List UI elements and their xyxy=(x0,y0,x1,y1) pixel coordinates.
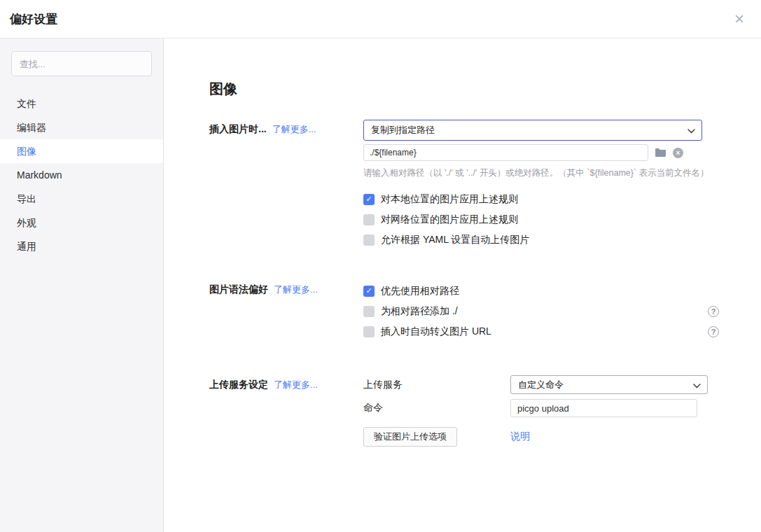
search-input[interactable] xyxy=(11,51,152,76)
checkbox-row-relative-path: ✓ 优先使用相对路径 xyxy=(363,285,719,297)
insert-action-select[interactable]: 复制到指定路径 xyxy=(363,120,702,141)
sidebar-item-general[interactable]: 通用 xyxy=(0,234,163,258)
checkbox-row-local-rule: ✓ 对本地位置的图片应用上述规则 xyxy=(363,193,709,205)
syntax-learn-more-link[interactable]: 了解更多... xyxy=(274,284,318,296)
folder-icon[interactable] xyxy=(655,148,666,158)
checkbox-yaml-upload[interactable]: ✓ xyxy=(363,234,375,246)
upload-service-row: 上传服务 自定义命令 xyxy=(363,375,708,394)
checkbox-label: 插入时自动转义图片 URL xyxy=(381,326,491,338)
command-label: 命令 xyxy=(363,402,510,414)
preferences-window: 偏好设置 × 文件 编辑器 图像 Markdown 导出 外观 通用 图像 xyxy=(0,0,761,532)
checkbox-label: 对本地位置的图片应用上述规则 xyxy=(381,193,518,206)
sidebar-item-export[interactable]: 导出 xyxy=(0,187,163,211)
checkbox-row-add-dot-slash: ✓ 为相对路径添加 ./ ? xyxy=(363,305,719,317)
sidebar-item-appearance[interactable]: 外观 xyxy=(0,211,163,234)
checkbox-label: 允许根据 YAML 设置自动上传图片 xyxy=(381,234,529,246)
checkbox-label: 为相对路径添加 ./ xyxy=(381,305,458,318)
path-hint-text: 请输入相对路径（以 './' 或 '../' 开头）或绝对路径。（其中 `${f… xyxy=(363,167,709,179)
checkbox-escape-url[interactable]: ✓ xyxy=(363,326,375,337)
command-input[interactable] xyxy=(510,399,697,417)
validate-row: 验证图片上传选项 说明 xyxy=(363,427,708,447)
upload-learn-more-link[interactable]: 了解更多... xyxy=(274,379,318,391)
validate-upload-button[interactable]: 验证图片上传选项 xyxy=(363,427,457,447)
command-row: 命令 xyxy=(363,399,708,417)
sidebar-item-image[interactable]: 图像 xyxy=(0,139,163,163)
insert-action-select-value: 复制到指定路径 xyxy=(371,124,435,136)
section-upload-service: 上传服务设定 了解更多... 上传服务 自定义命令 命令 xyxy=(209,375,740,451)
settings-sidebar: 文件 编辑器 图像 Markdown 导出 外观 通用 xyxy=(0,38,164,532)
close-icon[interactable]: × xyxy=(732,9,747,29)
insert-section-label: 插入图片时... xyxy=(209,123,267,136)
upload-service-label: 上传服务 xyxy=(363,379,510,391)
window-header: 偏好设置 × xyxy=(0,0,761,38)
chevron-down-icon xyxy=(687,124,695,136)
checkbox-row-escape-url: ✓ 插入时自动转义图片 URL ? xyxy=(363,326,719,337)
check-icon: ✓ xyxy=(365,287,372,295)
check-icon: ✓ xyxy=(365,195,372,203)
chevron-down-icon xyxy=(693,379,701,391)
upload-section-label: 上传服务设定 xyxy=(209,379,268,391)
section-insert-image: 插入图片时... 了解更多... 复制到指定路径 xyxy=(209,120,740,254)
section-image-syntax: 图片语法偏好 了解更多... ✓ 优先使用相对路径 ✓ 为相对路径添加 ./ ? xyxy=(209,284,740,346)
copy-path-input[interactable] xyxy=(363,144,648,161)
checkbox-row-network-rule: ✓ 对网络位置的图片应用上述规则 xyxy=(363,214,709,225)
clear-icon[interactable]: × xyxy=(673,148,683,158)
checkbox-relative-path[interactable]: ✓ xyxy=(363,286,375,297)
checkbox-local-rule[interactable]: ✓ xyxy=(363,194,375,205)
insert-learn-more-link[interactable]: 了解更多... xyxy=(272,123,316,136)
window-title: 偏好设置 xyxy=(10,11,57,27)
sidebar-item-files[interactable]: 文件 xyxy=(0,92,163,115)
page-title: 图像 xyxy=(209,79,740,99)
upload-service-select[interactable]: 自定义命令 xyxy=(510,375,708,394)
upload-service-select-value: 自定义命令 xyxy=(518,379,564,391)
syntax-section-label: 图片语法偏好 xyxy=(209,284,268,296)
sidebar-nav: 文件 编辑器 图像 Markdown 导出 外观 通用 xyxy=(0,92,163,258)
sidebar-item-editor[interactable]: 编辑器 xyxy=(0,115,163,139)
checkbox-network-rule[interactable]: ✓ xyxy=(363,214,375,225)
checkbox-row-yaml-upload: ✓ 允许根据 YAML 设置自动上传图片 xyxy=(363,234,709,246)
help-icon[interactable]: ? xyxy=(708,306,719,317)
checkbox-label: 优先使用相对路径 xyxy=(381,285,459,298)
sidebar-item-markdown[interactable]: Markdown xyxy=(0,163,163,187)
checkbox-add-dot-slash[interactable]: ✓ xyxy=(363,306,375,317)
settings-content: 图像 插入图片时... 了解更多... 复制到指定路径 xyxy=(164,38,761,532)
checkbox-label: 对网络位置的图片应用上述规则 xyxy=(381,214,518,226)
help-icon[interactable]: ? xyxy=(708,326,719,337)
instructions-link[interactable]: 说明 xyxy=(510,430,530,443)
